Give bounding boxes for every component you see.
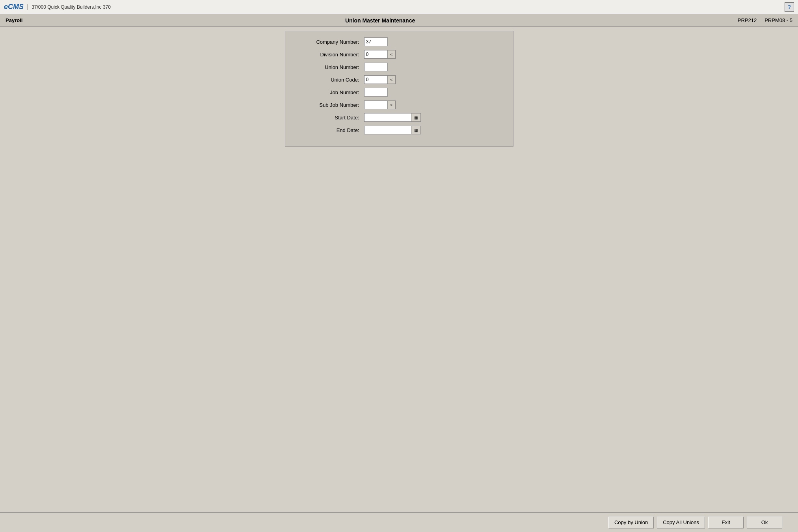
calendar-icon-2: ▦ [414, 128, 418, 132]
module-name: Payroll [6, 17, 22, 23]
union-number-row: Union Number: [293, 63, 505, 71]
division-number-input[interactable] [364, 50, 388, 59]
division-number-group: < [364, 50, 396, 59]
union-number-label: Union Number: [293, 64, 364, 70]
start-date-row: Start Date: ▦ [293, 113, 505, 122]
help-label: ? [788, 4, 791, 10]
start-date-input[interactable] [364, 113, 411, 122]
page-title: Union Master Maintenance [22, 17, 737, 24]
start-date-group: ▦ [364, 113, 421, 122]
sub-job-number-row: Sub Job Number: < [293, 100, 505, 109]
top-bar: eCMS | 37/000 Quick Quality Builders,Inc… [0, 0, 798, 14]
union-code-input[interactable] [364, 75, 388, 84]
end-date-label: End Date: [293, 127, 364, 133]
module-id: PRPM08 - 5 [765, 17, 792, 23]
chevron-left-icon-3: < [390, 102, 392, 107]
job-number-label: Job Number: [293, 89, 364, 95]
division-number-row: Division Number: < [293, 50, 505, 59]
sub-job-number-group: < [364, 100, 396, 109]
main-content: Company Number: Division Number: < Union… [0, 27, 798, 512]
exit-button[interactable]: Exit [708, 517, 744, 528]
union-code-dropdown[interactable]: < [388, 75, 396, 84]
company-number-input[interactable] [364, 37, 388, 46]
module-code: PRP212 [738, 17, 757, 23]
company-info: 37/000 Quick Quality Builders,Inc 370 [32, 4, 111, 10]
end-date-row: End Date: ▦ [293, 126, 505, 134]
end-date-calendar-button[interactable]: ▦ [411, 126, 421, 134]
calendar-icon: ▦ [414, 115, 418, 120]
ecms-logo: eCMS [4, 3, 24, 11]
form-panel: Company Number: Division Number: < Union… [285, 31, 513, 147]
company-number-row: Company Number: [293, 37, 505, 46]
copy-by-union-button[interactable]: Copy by Union [608, 517, 654, 528]
start-date-label: Start Date: [293, 115, 364, 121]
job-number-row: Job Number: [293, 88, 505, 97]
union-code-label: Union Code: [293, 77, 364, 83]
top-bar-divider: | [27, 4, 28, 11]
sub-job-number-label: Sub Job Number: [293, 102, 364, 108]
sub-job-number-input[interactable] [364, 100, 388, 109]
union-code-row: Union Code: < [293, 75, 505, 84]
company-number-label: Company Number: [293, 39, 364, 45]
module-bar: Payroll Union Master Maintenance PRP212 … [0, 14, 798, 27]
bottom-bar: Copy by Union Copy All Unions Exit Ok [0, 512, 798, 532]
union-number-input[interactable] [364, 63, 388, 71]
division-number-dropdown[interactable]: < [388, 50, 396, 59]
division-number-label: Division Number: [293, 52, 364, 58]
ok-button[interactable]: Ok [747, 517, 782, 528]
chevron-left-icon: < [390, 52, 392, 57]
end-date-input[interactable] [364, 126, 411, 134]
help-button[interactable]: ? [785, 2, 794, 12]
end-date-group: ▦ [364, 126, 421, 134]
job-number-input[interactable] [364, 88, 388, 97]
start-date-calendar-button[interactable]: ▦ [411, 113, 421, 122]
sub-job-number-dropdown[interactable]: < [388, 100, 396, 109]
copy-all-unions-button[interactable]: Copy All Unions [657, 517, 705, 528]
chevron-left-icon-2: < [390, 77, 392, 82]
union-code-group: < [364, 75, 396, 84]
